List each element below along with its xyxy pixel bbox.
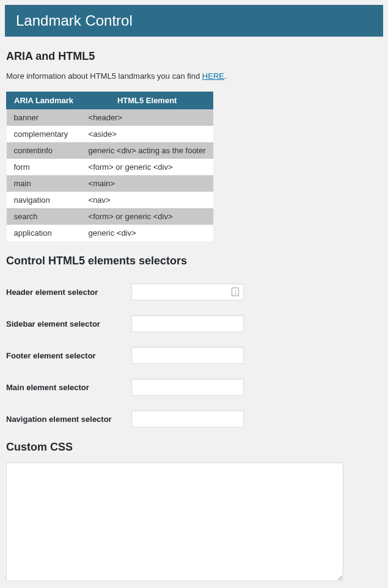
landmarks-table: ARIA Landmark HTML5 Element banner <head…: [6, 92, 213, 241]
table-row: application generic <div>: [7, 225, 213, 241]
cell-html5: <nav>: [81, 192, 213, 208]
table-row: main <main>: [7, 175, 213, 192]
custom-css-heading: Custom CSS: [6, 441, 382, 454]
field-label: Header element selector: [6, 288, 131, 297]
content-area: ARIA and HTML5 More information about HT…: [0, 37, 388, 588]
cell-html5: <form> or generic <div>: [81, 208, 213, 225]
cell-aria: complementary: [7, 126, 81, 142]
cell-aria: search: [7, 208, 81, 225]
info-link[interactable]: HERE: [202, 71, 224, 81]
cell-aria: banner: [7, 109, 81, 126]
cell-html5: generic <div>: [81, 225, 213, 241]
field-label: Footer element selector: [6, 351, 131, 360]
form-row: Sidebar element selector: [6, 308, 382, 339]
form-row: Header element selector ↓: [6, 276, 382, 308]
info-prefix: More information about HTML5 landmarks y…: [6, 71, 202, 81]
cell-aria: form: [7, 159, 81, 175]
table-header-aria: ARIA Landmark: [7, 92, 81, 109]
form-row: Main element selector: [6, 371, 382, 403]
table-row: search <form> or generic <div>: [7, 208, 213, 225]
custom-css-textarea[interactable]: [6, 462, 343, 581]
table-row: complementary <aside>: [7, 126, 213, 142]
navigation-selector-input[interactable]: [131, 410, 244, 427]
selectors-form: Header element selector ↓ Sidebar elemen…: [6, 276, 382, 435]
aria-section-heading: ARIA and HTML5: [6, 50, 382, 63]
table-row: navigation <nav>: [7, 192, 213, 208]
sidebar-selector-input[interactable]: [131, 315, 244, 332]
footer-selector-input[interactable]: [131, 347, 244, 364]
cell-html5: <aside>: [81, 126, 213, 142]
form-row: Navigation element selector: [6, 403, 382, 435]
page-title: Landmark Control: [16, 12, 133, 29]
table-row: form <form> or generic <div>: [7, 159, 213, 175]
cell-aria: navigation: [7, 192, 81, 208]
field-label: Navigation element selector: [6, 415, 131, 424]
field-label: Sidebar element selector: [6, 319, 131, 328]
cell-aria: main: [7, 175, 81, 192]
cell-html5: <form> or generic <div>: [81, 159, 213, 175]
cell-aria: contentinfo: [7, 142, 81, 159]
page-title-bar: Landmark Control: [5, 5, 383, 37]
table-row: contentinfo generic <div> acting as the …: [7, 142, 213, 159]
selectors-section-heading: Control HTML5 elements selectors: [6, 255, 382, 267]
cell-html5: <header>: [81, 109, 213, 126]
table-header-html5: HTML5 Element: [81, 92, 213, 109]
cell-html5: generic <div> acting as the footer: [81, 142, 213, 159]
form-row: Footer element selector: [6, 339, 382, 371]
cell-html5: <main>: [81, 175, 213, 192]
cell-aria: application: [7, 225, 81, 241]
field-label: Main element selector: [6, 383, 131, 392]
info-suffix: .: [224, 71, 227, 81]
info-text: More information about HTML5 landmarks y…: [6, 71, 382, 81]
main-selector-input[interactable]: [131, 379, 244, 396]
table-row: banner <header>: [7, 109, 213, 126]
header-selector-input[interactable]: [131, 283, 244, 300]
